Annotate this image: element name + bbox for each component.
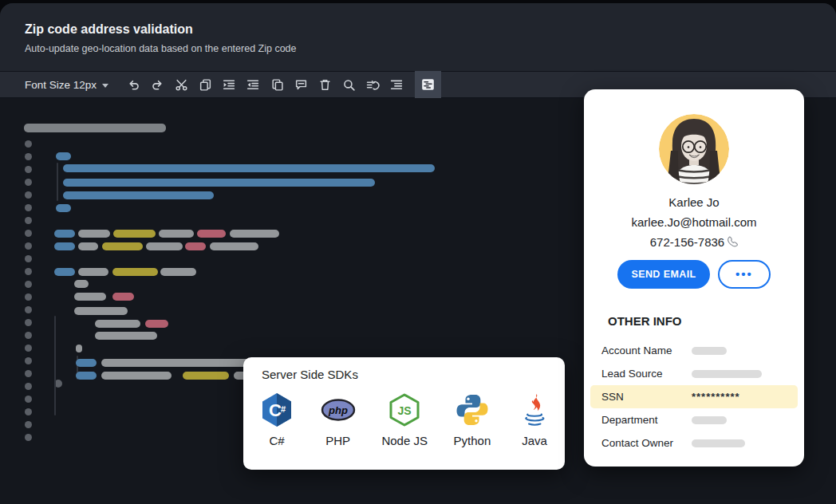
skeleton-shape xyxy=(63,164,435,172)
skeleton-shape xyxy=(25,179,32,186)
info-row-department[interactable]: Department xyxy=(590,408,798,431)
skeleton-shape xyxy=(25,396,32,403)
skeleton-shape xyxy=(25,230,32,237)
skeleton-shape xyxy=(101,372,172,380)
sdk-label: C# xyxy=(269,434,284,447)
skeleton-shape xyxy=(112,268,158,276)
skeleton-shape xyxy=(25,357,32,364)
sdk-item-java[interactable]: Java xyxy=(517,392,552,447)
skeleton-shape xyxy=(25,332,32,339)
php-icon: php xyxy=(321,392,356,427)
contact-phone: 672-156-7836 xyxy=(650,235,738,249)
info-row-lead-source[interactable]: Lead Source xyxy=(590,362,798,385)
skeleton-shape xyxy=(74,280,89,288)
skeleton-shape xyxy=(25,140,32,148)
skeleton-shape xyxy=(25,191,32,199)
phone-icon[interactable] xyxy=(726,236,738,248)
sdk-popup-card: Server Side SDKs C# C# php PHP JS Node J… xyxy=(243,357,565,470)
skeleton-shape xyxy=(76,345,82,352)
skeleton-shape xyxy=(54,242,75,250)
sdk-item-python[interactable]: Python xyxy=(454,392,491,447)
skeleton-shape xyxy=(25,255,32,262)
skeleton-shape xyxy=(54,268,75,276)
skeleton-shape xyxy=(24,124,166,132)
skeleton-shape xyxy=(160,268,196,276)
skeleton-shape xyxy=(25,242,32,250)
field-label: Contact Owner xyxy=(601,437,692,449)
info-row-account-name[interactable]: Account Name xyxy=(590,339,798,362)
skeleton-shape xyxy=(210,242,258,250)
field-placeholder xyxy=(692,347,727,355)
skeleton-shape xyxy=(25,434,32,441)
info-row-ssn[interactable]: SSN ********** xyxy=(590,385,798,408)
contact-email: karlee.Jo@hotmail.com xyxy=(584,215,804,229)
java-icon xyxy=(517,392,552,427)
contact-actions: SEND EMAIL ••• xyxy=(584,260,804,289)
skeleton-shape xyxy=(56,204,71,212)
skeleton-shape xyxy=(25,421,32,428)
skeleton-shape xyxy=(78,268,108,276)
sdk-item-csharp[interactable]: C# C# xyxy=(259,392,294,447)
skeleton-shape xyxy=(146,242,183,250)
skeleton-shape xyxy=(74,293,106,301)
skeleton-shape xyxy=(74,307,128,315)
ssn-masked-value: ********** xyxy=(692,391,740,403)
skeleton-shape xyxy=(25,153,32,160)
field-label: Account Name xyxy=(601,345,692,356)
field-placeholder xyxy=(692,439,745,447)
other-info-heading: OTHER INFO xyxy=(584,314,804,328)
skeleton-shape xyxy=(197,230,226,238)
other-info-section: OTHER INFO Account Name Lead Source SSN … xyxy=(584,314,804,455)
skeleton-shape xyxy=(25,281,32,288)
skeleton-shape xyxy=(185,242,206,250)
skeleton-shape xyxy=(57,163,58,201)
skeleton-shape xyxy=(25,383,32,390)
svg-text:php: php xyxy=(328,404,348,416)
field-label: Department xyxy=(601,414,692,426)
skeleton-shape xyxy=(112,293,134,301)
skeleton-shape xyxy=(113,230,156,238)
send-email-button[interactable]: SEND EMAIL xyxy=(617,260,710,289)
more-options-button[interactable]: ••• xyxy=(718,260,771,289)
svg-text:JS: JS xyxy=(398,404,412,417)
skeleton-shape xyxy=(183,372,229,380)
skeleton-shape xyxy=(56,152,71,160)
sdk-label: Java xyxy=(522,434,547,447)
contact-name: Karlee Jo xyxy=(584,195,804,209)
skeleton-shape xyxy=(25,345,32,352)
sdk-label: Python xyxy=(454,434,491,447)
info-row-contact-owner[interactable]: Contact Owner xyxy=(590,431,798,455)
field-placeholder xyxy=(692,416,727,424)
field-placeholder xyxy=(692,370,762,378)
nodejs-icon: JS xyxy=(387,392,422,427)
skeleton-shape xyxy=(102,242,143,250)
skeleton-shape xyxy=(25,293,32,301)
skeleton-shape xyxy=(95,332,157,340)
contact-card: Karlee Jo karlee.Jo@hotmail.com 672-156-… xyxy=(584,89,804,467)
skeleton-shape xyxy=(25,217,32,224)
skeleton-shape xyxy=(78,230,110,238)
skeleton-shape xyxy=(25,268,32,275)
skeleton-shape xyxy=(25,306,32,313)
skeleton-shape xyxy=(63,191,214,199)
skeleton-shape xyxy=(145,320,168,328)
skeleton-shape xyxy=(25,319,32,326)
sdk-card-title: Server Side SDKs xyxy=(262,368,358,381)
skeleton-shape xyxy=(76,359,97,367)
sdk-label: PHP xyxy=(325,434,350,447)
sdk-item-php[interactable]: php PHP xyxy=(321,392,356,447)
skeleton-shape xyxy=(230,230,279,238)
sdk-label: Node JS xyxy=(381,434,428,447)
csharp-icon: C# xyxy=(259,392,294,427)
skeleton-shape xyxy=(25,408,32,415)
phone-number: 672-156-7836 xyxy=(650,235,724,249)
app-window: Zip code address validation Auto-update … xyxy=(0,3,836,504)
skeleton-shape xyxy=(76,372,97,380)
field-label: SSN xyxy=(601,391,692,403)
skeleton-shape xyxy=(25,166,32,173)
sdk-item-nodejs[interactable]: JS Node JS xyxy=(381,392,428,447)
python-icon xyxy=(455,392,490,427)
skeleton-shape xyxy=(159,230,194,238)
field-label: Lead Source xyxy=(601,368,692,380)
svg-text:C: C xyxy=(269,400,282,420)
